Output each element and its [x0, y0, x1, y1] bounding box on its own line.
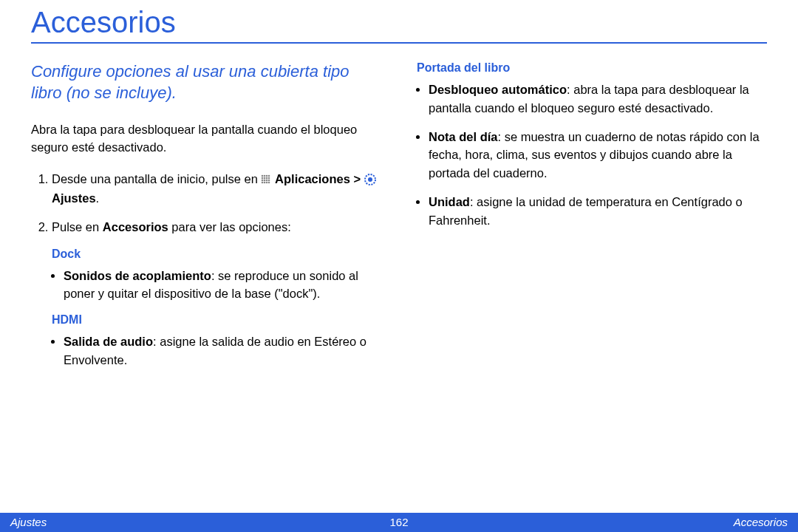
portada-bullets: Desbloqueo automático: abra la tapa para…	[417, 81, 767, 229]
step-1: Desde una pantalla de inicio, pulse en A…	[52, 170, 381, 208]
svg-point-0	[262, 175, 264, 177]
svg-point-15	[268, 182, 270, 184]
portada-item-3: Unidad: asigne la unidad de temperatura …	[429, 193, 767, 230]
svg-point-1	[264, 175, 266, 177]
footer-right: Accesorios	[734, 516, 788, 528]
svg-point-4	[262, 177, 264, 180]
hdmi-item-bold: Salida de audio	[64, 335, 153, 348]
svg-point-8	[262, 180, 264, 182]
intro-text: Abra la tapa para desbloquear la pantall…	[31, 121, 381, 157]
footer-page-number: 162	[389, 516, 408, 528]
svg-point-17	[368, 177, 372, 182]
dock-item: Sonidos de acoplamiento: se reproduce un…	[64, 267, 381, 304]
right-column: Portada del libro Desbloqueo automático:…	[417, 61, 767, 380]
svg-point-9	[264, 180, 266, 182]
left-column: Configure opciones al usar una cubierta …	[31, 61, 381, 380]
svg-point-7	[268, 177, 270, 180]
portada-1-bold: Desbloqueo automático	[429, 83, 567, 96]
step2-bold: Accesorios	[103, 220, 168, 233]
svg-point-14	[266, 182, 268, 184]
hdmi-item: Salida de audio: asigne la salida de aud…	[64, 332, 381, 369]
svg-point-3	[268, 175, 270, 177]
content-columns: Configure opciones al usar una cubierta …	[31, 61, 767, 380]
svg-point-5	[264, 177, 266, 180]
step1-pre: Desde una pantalla de inicio, pulse en	[52, 172, 261, 185]
step2-post: para ver las opciones:	[168, 220, 291, 233]
document-page: Accesorios Configure opciones al usar un…	[0, 0, 798, 380]
hdmi-bullets: Salida de audio: asigne la salida de aud…	[52, 332, 381, 369]
page-title: Accesorios	[31, 6, 767, 44]
portada-3-rest: : asigne la unidad de temperatura en Cen…	[429, 195, 743, 227]
svg-point-10	[266, 180, 268, 182]
hdmi-label: HDMI	[52, 313, 381, 327]
apps-grid-icon	[261, 174, 271, 185]
footer-left: Ajustes	[10, 516, 47, 528]
step1-ajustes: Ajustes	[52, 191, 96, 205]
portada-item-1: Desbloqueo automático: abra la tapa para…	[429, 81, 767, 117]
svg-point-2	[266, 175, 268, 177]
portada-item-2: Nota del día: se muestra un cuaderno de …	[429, 128, 767, 183]
dock-label: Dock	[52, 248, 381, 261]
step1-apps: Aplicaciones >	[275, 172, 364, 185]
portada-label: Portada del libro	[417, 61, 767, 75]
portada-3-bold: Unidad	[429, 195, 470, 208]
step-2: Pulse en Accesorios para ver las opcione…	[52, 218, 381, 237]
svg-point-6	[266, 177, 268, 180]
svg-point-12	[262, 182, 264, 184]
dock-bullets: Sonidos de acoplamiento: se reproduce un…	[52, 267, 381, 304]
svg-point-13	[264, 182, 266, 184]
portada-2-bold: Nota del día	[429, 130, 498, 143]
subtitle: Configure opciones al usar una cubierta …	[31, 61, 381, 103]
svg-point-11	[268, 180, 270, 182]
dock-item-bold: Sonidos de acoplamiento	[64, 269, 211, 282]
gear-icon	[364, 174, 376, 185]
step2-pre: Pulse en	[52, 220, 103, 233]
page-footer: Ajustes 162 Accesorios	[0, 513, 798, 532]
step1-period: .	[96, 191, 100, 205]
steps-list: Desde una pantalla de inicio, pulse en A…	[31, 170, 381, 237]
